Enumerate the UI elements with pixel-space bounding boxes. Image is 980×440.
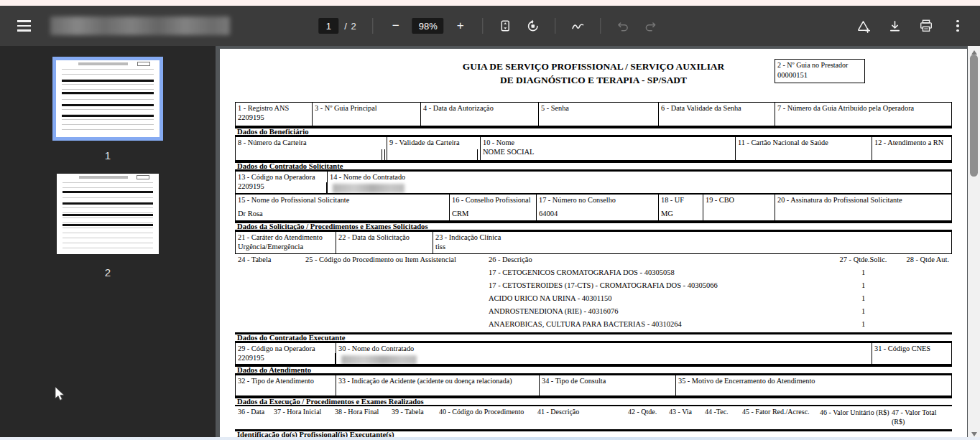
pdf-toolbar: 1 / 2 − 98% + xyxy=(0,6,980,46)
thumbnail-sidebar: 1 2 xyxy=(0,46,216,440)
mouse-cursor xyxy=(55,386,66,402)
divider xyxy=(555,18,556,34)
procedures-table: 24 - Tabela 25 - Código do Procedimento … xyxy=(235,254,952,328)
add-text-annotation-icon[interactable] xyxy=(852,15,874,37)
section-contratado-solicitante: Dados do Contratado Solicitante xyxy=(235,161,952,171)
redo-icon[interactable] xyxy=(640,15,662,37)
form-row-6: 29 - Código na Operadora2209195 30 - Nom… xyxy=(235,342,952,365)
document-title-redacted xyxy=(50,17,230,35)
page-number-input[interactable]: 1 xyxy=(318,18,338,34)
vertical-scrollbar[interactable] xyxy=(968,46,980,440)
divider xyxy=(601,18,601,34)
pdf-viewer-area[interactable]: GUIA DE SERVIÇO PROFISSIONAL / SERVIÇO A… xyxy=(216,46,968,440)
form-row-1: 1 - Registro ANS2209195 3 - Nº Guia Prin… xyxy=(235,102,952,126)
page-thumbnail-1[interactable] xyxy=(56,60,160,137)
procedure-row: 17 - CETOGENICOS CROMATOGRAFIA DOS - 403… xyxy=(235,263,952,276)
divider xyxy=(483,18,484,34)
bottom-window-edge xyxy=(0,437,980,440)
section-contratado-executante: Dados do Contratado Executante xyxy=(235,332,952,342)
form-row-7: 32 - Tipo de Atendimento 33 - Indicação … xyxy=(235,375,952,396)
annotate-pen-icon[interactable] xyxy=(568,15,589,37)
sadt-form: 1 - Registro ANS2209195 3 - Nº Guia Prin… xyxy=(235,102,952,440)
form-row-5: 21 - Caráter do AtendimentoUrgência/Emer… xyxy=(235,231,952,254)
undo-icon[interactable] xyxy=(613,15,634,37)
download-icon[interactable] xyxy=(884,15,905,37)
section-atendimento: Dados do Atendimento xyxy=(235,365,952,375)
divider xyxy=(373,18,374,34)
menu-icon[interactable] xyxy=(11,14,36,38)
execution-header-row: 36 - Data 37 - Hora Inicial 38 - Hora Fi… xyxy=(235,406,952,429)
thumbnail-page-number: 2 xyxy=(0,266,216,278)
guia-prestador-box: 2 - Nº Guia no Prestador 00000151 xyxy=(775,59,865,83)
fit-to-page-icon[interactable] xyxy=(495,15,517,37)
print-icon[interactable] xyxy=(915,15,937,37)
procedure-row: 17 - CETOSTEROIDES (17-CTS) - CROMATOGRA… xyxy=(235,276,952,289)
browser-top-strip xyxy=(0,0,980,6)
zoom-in-button[interactable]: + xyxy=(450,15,471,37)
procedure-row: ACIDO URICO NA URINA - 40301150 1 xyxy=(235,289,952,302)
more-options-icon[interactable] xyxy=(947,15,969,37)
section-execucao: Dados da Execução / Procedimentos e Exam… xyxy=(235,396,952,406)
section-beneficiario: Dados do Beneficiário xyxy=(235,126,952,136)
zoom-level-input[interactable]: 98% xyxy=(412,18,444,34)
thumbnail-preview xyxy=(63,178,153,250)
procedure-row: ANAEROBICAS, CULTURA PARA BACTERIAS - 40… xyxy=(235,315,952,328)
form-row-3: 13 - Código na Operadora2209195 14 - Nom… xyxy=(235,171,952,194)
pdf-page-1: GUIA DE SERVIÇO PROFISSIONAL / SERVIÇO A… xyxy=(220,49,967,440)
redacted-contratado-name xyxy=(333,184,405,193)
thumbnail-preview xyxy=(62,65,154,133)
scrollbar-thumb[interactable] xyxy=(970,55,978,177)
zoom-out-button[interactable]: − xyxy=(385,15,407,37)
page-total-label: / 2 xyxy=(344,21,356,32)
section-solicitacao: Dados da Solicitação / Procedimentos e E… xyxy=(235,221,952,231)
redacted-contratado-name xyxy=(341,355,417,364)
page-thumbnail-2[interactable] xyxy=(57,174,159,254)
procedures-header: 24 - Tabela 25 - Código do Procedimento … xyxy=(235,254,952,263)
procedure-row: ANDROSTENEDIONA (RIE) - 40316076 1 xyxy=(235,302,952,315)
form-row-4: 15 - Nome do Profissional SolicitanteDr … xyxy=(235,194,952,221)
rotate-icon[interactable] xyxy=(522,15,544,37)
form-row-2: 8 - Número da Carteira 9 - Validade da C… xyxy=(235,136,952,161)
thumbnail-page-number: 1 xyxy=(0,149,216,162)
